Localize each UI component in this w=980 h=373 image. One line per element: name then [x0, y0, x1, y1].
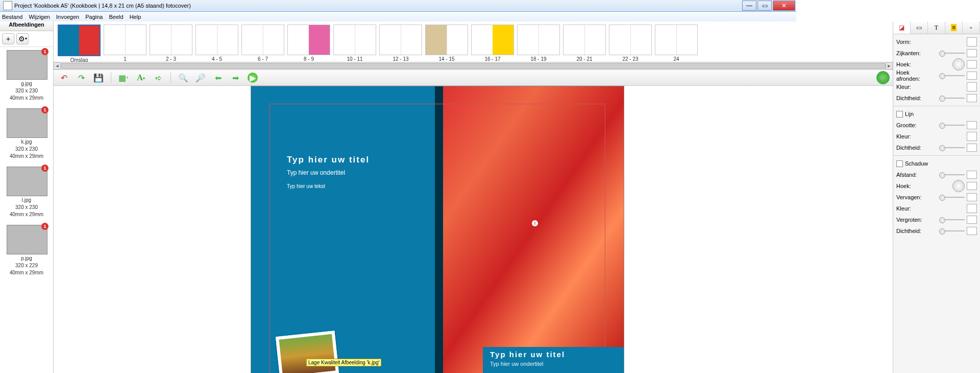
close-button[interactable]: ✕: [773, 1, 795, 11]
menu-bar: Bestand Wijzigen Invoegen Pagina Beeld H…: [0, 12, 796, 22]
thumb-dims: 320 x 229: [7, 263, 46, 269]
thumb-filename: g.jpg: [7, 81, 46, 87]
menu-wijzigen[interactable]: Wijzigen: [29, 14, 50, 20]
thumb-dims: 320 x 230: [7, 88, 46, 94]
images-panel: Afbeeldingen + ⚙▾ 1g.jpg320 x 23040mm x …: [0, 21, 54, 305]
image-thumb[interactable]: 1g.jpg320 x 23040mm x 29mm: [7, 50, 46, 101]
page-label: 10 - 11: [333, 56, 376, 62]
page-label: 6 - 7: [241, 56, 284, 62]
page-label: 4 - 5: [195, 56, 238, 62]
scroll-thumb[interactable]: [61, 63, 796, 69]
bleed-guide: [270, 104, 605, 305]
thumb-dims: 320 x 230: [7, 146, 46, 152]
save-button[interactable]: 💾: [92, 72, 105, 84]
menu-beeld[interactable]: Beeld: [109, 14, 123, 20]
usage-badge: 1: [41, 48, 48, 55]
cover-spread[interactable]: Typ hier uw titel Typ hier uw ondertitel…: [251, 86, 624, 305]
thumb-size: 40mm x 29mm: [7, 95, 46, 101]
pages-scrollbar[interactable]: ◄ ►: [54, 62, 796, 69]
window-title: Project 'Kookboek A5' (Kookboek | 14,8 x…: [14, 3, 741, 9]
title-bar: Project 'Kookboek A5' (Kookboek | 14,8 x…: [0, 0, 796, 12]
page-thumb[interactable]: 1: [104, 25, 146, 64]
page-thumb[interactable]: 8 - 9: [287, 25, 330, 64]
insert-shape-button[interactable]: ➪: [152, 72, 164, 84]
menu-pagina[interactable]: Pagina: [85, 14, 103, 20]
add-image-button[interactable]: +: [2, 33, 14, 44]
menu-help[interactable]: Help: [130, 14, 141, 20]
page-thumb[interactable]: Omslag: [58, 25, 101, 64]
image-thumb[interactable]: 1k.jpg320 x 23040mm x 29mm: [7, 108, 46, 159]
thumb-size: 40mm x 29mm: [7, 153, 46, 159]
app-icon: [3, 1, 12, 10]
back-text-block[interactable]: Typ hier uw titel Typ hier uw ondertitel…: [287, 155, 370, 189]
menu-bestand[interactable]: Bestand: [2, 14, 22, 20]
subtitle-placeholder[interactable]: Typ hier uw ondertitel: [287, 169, 370, 176]
thumb-dims: 320 x 230: [7, 204, 46, 211]
page-label: 16 - 17: [471, 56, 514, 62]
image-options-button[interactable]: ⚙▾: [16, 33, 29, 44]
page-thumb[interactable]: 24: [655, 25, 698, 64]
next-page-button[interactable]: ➡: [229, 72, 241, 84]
page-label: 8 - 9: [287, 56, 330, 62]
usage-badge: 1: [41, 223, 48, 230]
page-thumb[interactable]: 14 - 15: [425, 25, 468, 64]
editor-canvas[interactable]: Typ hier uw titel Typ hier uw ondertitel…: [54, 86, 796, 305]
page-label: 12 - 13: [379, 56, 422, 62]
menu-invoegen[interactable]: Invoegen: [56, 14, 79, 20]
page-label: 22 - 23: [609, 56, 652, 62]
body-placeholder[interactable]: Typ hier uw tekst: [287, 183, 370, 189]
usage-badge: 1: [41, 106, 48, 113]
thumb-filename: l.jpg: [7, 197, 46, 203]
thumb-filename: k.jpg: [7, 139, 46, 145]
page-label: 20 - 21: [563, 56, 606, 62]
insert-image-button[interactable]: ▦+: [117, 72, 130, 84]
page-label: 18 - 19: [517, 56, 560, 62]
page-thumb[interactable]: 6 - 7: [241, 25, 284, 64]
scroll-left-arrow[interactable]: ◄: [54, 62, 61, 69]
page-thumb[interactable]: 4 - 5: [195, 25, 238, 64]
gear-icon: ⚙: [18, 35, 25, 42]
undo-button[interactable]: ↶: [58, 72, 70, 84]
maximize-button[interactable]: ▭: [757, 1, 772, 11]
redo-button[interactable]: ↷: [75, 72, 87, 84]
thumb-preview: [7, 167, 47, 196]
prev-page-button[interactable]: ⬅: [212, 72, 224, 84]
page-thumb[interactable]: 18 - 19: [517, 25, 560, 64]
preview-button[interactable]: ▶: [247, 72, 259, 84]
zoom-in-button[interactable]: 🔎: [194, 72, 207, 84]
usage-badge: 1: [41, 165, 48, 172]
title-placeholder[interactable]: Typ hier uw titel: [287, 155, 370, 165]
page-thumb[interactable]: 2 - 3: [150, 25, 192, 64]
insert-text-button[interactable]: Aa: [135, 72, 147, 84]
thumb-preview: [7, 108, 47, 138]
page-thumb[interactable]: 12 - 13: [379, 25, 422, 64]
minimize-button[interactable]: —: [742, 1, 756, 11]
image-thumb[interactable]: 1p.jpg320 x 22940mm x 29mm: [7, 225, 46, 276]
page-label: 14 - 15: [425, 56, 468, 62]
page-thumb[interactable]: 22 - 23: [609, 25, 652, 64]
thumb-preview: [7, 225, 47, 254]
zoom-out-button[interactable]: 🔍: [177, 72, 189, 84]
image-thumb[interactable]: 1l.jpg320 x 23040mm x 29mm: [7, 167, 46, 218]
thumb-filename: p.jpg: [7, 255, 46, 262]
main-toolbar: ↶ ↷ 💾 ▦+ Aa ➪ 🔍 🔎 ⬅ ➡ ▶ 🛒: [54, 70, 796, 86]
images-panel-title: Afbeeldingen: [0, 21, 53, 31]
page-label: 24: [655, 56, 698, 62]
thumb-size: 40mm x 29mm: [7, 270, 46, 276]
page-label: 1: [104, 56, 146, 62]
page-thumbnails: Omslag12 - 34 - 56 - 78 - 910 - 1112 - 1…: [54, 21, 796, 70]
page-label: 2 - 3: [150, 56, 192, 62]
page-thumb[interactable]: 10 - 11: [333, 25, 376, 64]
warning-icon: !: [532, 220, 538, 226]
thumb-preview: [7, 50, 47, 80]
page-thumb[interactable]: 20 - 21: [563, 25, 606, 64]
page-thumb[interactable]: 16 - 17: [471, 25, 514, 64]
thumb-size: 40mm x 29mm: [7, 212, 46, 218]
